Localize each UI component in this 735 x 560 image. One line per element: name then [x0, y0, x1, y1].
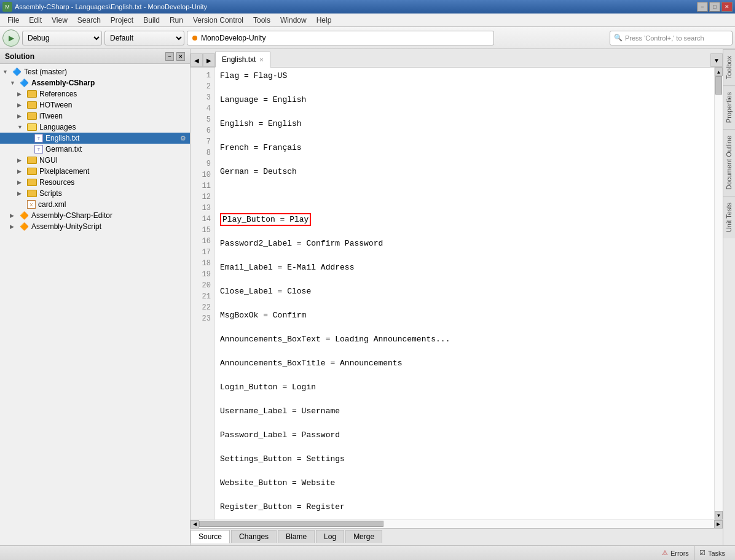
hscroll-thumb[interactable]: [199, 521, 383, 527]
status-tasks[interactable]: ☑ Tasks: [694, 546, 730, 560]
solution-minimize-btn[interactable]: −: [165, 52, 174, 61]
code-line-7: Play_Button = Play: [220, 214, 709, 226]
tree-arrow: ▼: [2, 69, 10, 75]
tab-close-button[interactable]: ×: [259, 56, 263, 63]
sidebar-tab-toolbox[interactable]: Toolbox: [723, 49, 735, 85]
sidebar-tab-document-outline[interactable]: Document Outline: [723, 129, 735, 196]
tree-label: Pixelplacement: [39, 167, 89, 176]
menu-run[interactable]: Run: [165, 15, 188, 26]
menu-version-control[interactable]: Version Control: [188, 15, 248, 26]
horizontal-scrollbar[interactable]: ◀ ▶: [191, 519, 723, 528]
code-editor[interactable]: 12345 678910 1112131415 1617181920 21222…: [191, 68, 723, 519]
menu-build[interactable]: Build: [138, 15, 165, 26]
tree-item-german-txt[interactable]: T German.txt: [0, 144, 190, 155]
code-line-10: Close_Label = Close: [220, 286, 709, 298]
menu-tools[interactable]: Tools: [248, 15, 275, 26]
hscroll-right-btn[interactable]: ▶: [714, 520, 723, 529]
tree-label: HOTween: [39, 101, 72, 109]
maximize-button[interactable]: □: [709, 2, 720, 12]
tab-merge[interactable]: Merge: [345, 530, 382, 543]
tab-nav-prev[interactable]: ◀: [191, 53, 203, 67]
window-title: Assembly-CSharp - Languages\English.txt …: [15, 3, 697, 10]
tree-item-hotween[interactable]: ▶ HOTween: [0, 99, 190, 111]
tab-blame[interactable]: Blame: [278, 530, 315, 543]
folder-icon: [27, 179, 37, 186]
hscroll-track[interactable]: [199, 520, 714, 528]
line-numbers: 12345 678910 1112131415 1617181920 21222…: [191, 68, 215, 519]
tab-dropdown-btn[interactable]: ▼: [710, 53, 723, 67]
play-button[interactable]: ▶: [2, 29, 20, 47]
global-search-box[interactable]: 🔍 Press 'Control+,' to search: [610, 31, 733, 45]
menu-search[interactable]: Search: [73, 15, 106, 26]
vertical-scrollbar[interactable]: ▲ ▼: [714, 68, 723, 519]
tree-item-pixelplacement[interactable]: ▶ Pixelplacement: [0, 166, 190, 177]
platform-dropdown[interactable]: Default: [104, 31, 184, 45]
hscroll-left-btn[interactable]: ◀: [191, 520, 199, 529]
bottom-tabs: Source Changes Blame Log Merge: [191, 528, 723, 545]
scroll-down-btn[interactable]: ▼: [715, 511, 723, 519]
file-icon: T: [34, 134, 43, 142]
sidebar-tab-properties[interactable]: Properties: [723, 85, 735, 129]
solution-close-btn[interactable]: ×: [176, 52, 185, 61]
file-icon: T: [34, 145, 43, 154]
tree-item-resources[interactable]: ▶ Resources: [0, 177, 190, 188]
tree-label: Resources: [39, 178, 74, 187]
tree-item-languages[interactable]: ▼ Languages: [0, 122, 190, 133]
menu-window[interactable]: Window: [275, 15, 312, 26]
xml-file-icon: X: [27, 200, 36, 209]
status-errors[interactable]: ⚠ Errors: [657, 546, 694, 560]
tree-item-assembly-unityscript[interactable]: ▶ 🔶 Assembly-UnityScript: [0, 221, 190, 232]
tree-label: NGUI: [39, 156, 58, 165]
tree-item-card-xml[interactable]: X card.xml: [0, 199, 190, 210]
solution-header: Solution − ×: [0, 49, 190, 64]
tree-item-scripts[interactable]: ▶ Scripts: [0, 188, 190, 199]
tab-nav-next[interactable]: ▶: [203, 53, 215, 67]
tree-label: Test (master): [24, 68, 67, 76]
close-button[interactable]: ✕: [721, 2, 733, 12]
tree-item-itween[interactable]: ▶ iTween: [0, 111, 190, 122]
highlighted-text: Play_Button = Play: [220, 213, 311, 226]
tree-arrow: ▶: [10, 212, 17, 219]
code-content[interactable]: Flag = Flag-US Language = English Englis…: [215, 68, 714, 519]
code-line-15: Username_Label = Username: [220, 405, 709, 418]
tree-item-test-master[interactable]: ▼ 🔷 Test (master): [0, 66, 190, 77]
tab-changes[interactable]: Changes: [231, 530, 277, 543]
tab-source[interactable]: Source: [191, 530, 230, 543]
error-icon: ⚠: [662, 549, 668, 557]
search-placeholder: Press 'Control+,' to search: [625, 34, 704, 42]
tree-item-english-txt[interactable]: T English.txt ⚙: [0, 133, 190, 144]
project-icon: 🔶: [20, 211, 29, 220]
tree-arrow: ▼: [17, 124, 25, 130]
menu-view[interactable]: View: [47, 15, 73, 26]
code-line-5: German = Deutsch: [220, 166, 709, 178]
scroll-up-btn[interactable]: ▲: [715, 68, 723, 76]
debug-dropdown[interactable]: Debug: [22, 31, 102, 45]
scroll-track[interactable]: [715, 76, 723, 511]
menu-file[interactable]: File: [2, 15, 24, 26]
mono-status-dot: [192, 36, 197, 41]
menu-edit[interactable]: Edit: [24, 15, 47, 26]
sidebar-tab-unit-tests[interactable]: Unit Tests: [723, 196, 735, 238]
tab-log[interactable]: Log: [316, 530, 344, 543]
minimize-button[interactable]: −: [697, 2, 708, 12]
tree-label: References: [39, 90, 77, 98]
folder-icon: [27, 112, 37, 120]
tree-item-assembly-csharp[interactable]: ▼ 🔷 Assembly-CSharp: [0, 77, 190, 88]
gear-icon[interactable]: ⚙: [179, 134, 187, 142]
tree-item-references[interactable]: ▶ References: [0, 88, 190, 99]
code-line-1: Flag = Flag-US: [220, 70, 709, 82]
tree-item-assembly-csharp-editor[interactable]: ▶ 🔶 Assembly-CSharp-Editor: [0, 210, 190, 221]
code-line-13: Announcements_BoxTitle = Announcements: [220, 357, 709, 370]
menu-project[interactable]: Project: [106, 15, 138, 26]
tree-label: Scripts: [39, 189, 62, 198]
code-line-14: Login_Button = Login: [220, 381, 709, 394]
tree-label: Languages: [39, 123, 76, 131]
tree-arrow: ▶: [17, 157, 25, 163]
tree-item-ngui[interactable]: ▶ NGUI: [0, 155, 190, 166]
code-line-3: English = English: [220, 118, 709, 130]
menu-bar: File Edit View Search Project Build Run …: [0, 14, 735, 27]
code-line-19: Register_Button = Register: [220, 501, 709, 513]
menu-help[interactable]: Help: [312, 15, 337, 26]
tab-english-txt[interactable]: English.txt ×: [215, 52, 270, 68]
scroll-thumb[interactable]: [715, 76, 722, 95]
